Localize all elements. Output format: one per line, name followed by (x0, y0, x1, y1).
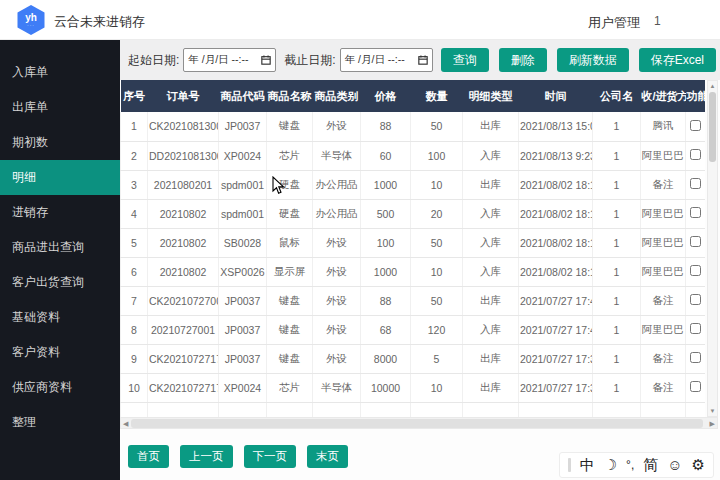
sidebar-item-3[interactable]: 明细 (0, 160, 120, 195)
next-page-button[interactable]: 下一页 (244, 445, 297, 468)
table-cell: 外设 (313, 228, 361, 257)
table-header-row: 序号订单号商品代码商品名称商品类别价格数量明细类型时间公司名收/进货方功能 (121, 80, 706, 112)
detail-table: 序号订单号商品代码商品名称商品类别价格数量明细类型时间公司名收/进货方功能 1C… (120, 80, 705, 417)
table-cell: 入库 (463, 228, 519, 257)
sidebar-item-6[interactable]: 客户出货查询 (0, 265, 120, 300)
horizontal-scroll-thumb[interactable] (131, 419, 703, 428)
column-header: 商品类别 (313, 80, 361, 112)
ime-moon-icon[interactable]: ☽ (604, 454, 617, 476)
top-header: yh ··· 云合未来进销存 用户管理 1 (0, 0, 720, 40)
query-button[interactable]: 查询 (441, 48, 489, 72)
row-checkbox[interactable] (690, 120, 701, 131)
table-cell: 入库 (463, 257, 519, 286)
column-header: 订单号 (148, 80, 219, 112)
ime-simplified-icon[interactable]: 简 (643, 454, 658, 476)
main-content: 起始日期: 年 /月/日 --:-- 截止日期: 年 /月/日 --:-- 查询… (120, 40, 720, 480)
table-cell: 阿里巴巴 (641, 257, 686, 286)
row-action-cell (686, 315, 706, 344)
row-checkbox[interactable] (690, 294, 701, 305)
logo-dots: ··· (27, 23, 35, 28)
sidebar-item-4[interactable]: 进销存 (0, 195, 120, 230)
table-cell: 半导体 (313, 141, 361, 170)
scroll-left-arrow-icon[interactable]: ◀ (123, 418, 128, 429)
save-excel-button[interactable]: 保存Excel (639, 48, 716, 72)
refresh-data-button[interactable]: 刷新数据 (557, 48, 629, 72)
prev-page-button[interactable]: 上一页 (180, 445, 233, 468)
first-page-button[interactable]: 首页 (128, 445, 169, 468)
table-row: 2DD20210813001XP0024芯片半导体60100入库2021/08/… (121, 141, 706, 170)
table-cell: 显示屏 (267, 257, 313, 286)
table-cell: 入库 (463, 315, 519, 344)
user-count: 1 (654, 14, 661, 28)
table-cell: 2021/07/27 17:33 (519, 373, 593, 402)
table-cell: 阿里巴巴 (641, 228, 686, 257)
table-cell: 备注 (641, 170, 686, 199)
table-cell: 阿里巴巴 (641, 315, 686, 344)
table-cell: 6 (121, 257, 148, 286)
last-page-button[interactable]: 末页 (307, 445, 348, 468)
table-cell: JP0037 (219, 112, 267, 141)
table-cell (361, 402, 411, 417)
table-row-partial (121, 402, 706, 417)
table-cell: 5 (121, 228, 148, 257)
row-checkbox[interactable] (690, 236, 701, 247)
table-cell: 2021/07/27 17:49 (519, 286, 593, 315)
ime-punctuation-icon[interactable]: °, (626, 454, 634, 476)
column-header: 功能 (686, 80, 706, 112)
column-header: 收/进货方 (641, 80, 686, 112)
table-row: 1CK20210813001JP0037键盘外设8850出库2021/08/13… (121, 112, 706, 141)
table-cell: 办公用品 (313, 170, 361, 199)
table-cell: 出库 (463, 286, 519, 315)
scroll-right-arrow-icon[interactable]: ▶ (710, 418, 715, 429)
sidebar-item-7[interactable]: 基础资料 (0, 300, 120, 335)
sidebar-item-5[interactable]: 商品进出查询 (0, 230, 120, 265)
end-date-input[interactable]: 年 /月/日 --:-- (340, 48, 433, 72)
column-header: 价格 (361, 80, 411, 112)
table-cell: 3 (121, 170, 148, 199)
start-date-value: 年 /月/日 --:-- (188, 53, 261, 67)
row-checkbox[interactable] (690, 265, 701, 276)
sidebar-item-2[interactable]: 期初数 (0, 125, 120, 160)
table-cell: XP0024 (219, 141, 267, 170)
start-date-input[interactable]: 年 /月/日 --:-- (183, 48, 276, 72)
table-cell: 备注 (641, 344, 686, 373)
ime-settings-gear-icon[interactable]: ⚙ (692, 454, 705, 476)
table-cell: JP0037 (219, 315, 267, 344)
row-checkbox[interactable] (690, 207, 701, 218)
table-cell: 2021/08/02 18:14 (519, 257, 593, 286)
delete-button[interactable]: 删除 (499, 48, 547, 72)
table-cell: 8 (121, 315, 148, 344)
scroll-down-arrow-icon[interactable]: ▼ (708, 406, 717, 416)
table-cell: 2021/08/13 9:23 (519, 141, 593, 170)
table-cell: 1000 (361, 170, 411, 199)
user-management-menu[interactable]: 用户管理 (588, 14, 640, 32)
table-cell: 10000 (361, 373, 411, 402)
table-cell: 20 (411, 199, 463, 228)
vertical-scroll-thumb[interactable] (709, 92, 716, 162)
ime-lang-chinese[interactable]: 中 (580, 454, 595, 476)
table-cell: 2 (121, 141, 148, 170)
sidebar-item-8[interactable]: 客户资料 (0, 335, 120, 370)
row-action-cell (686, 112, 706, 141)
vertical-scrollbar[interactable]: ▲ ▼ (707, 80, 718, 417)
horizontal-scrollbar[interactable]: ◀ ▶ (120, 417, 718, 429)
sidebar-menu: 入库单出库单期初数明细进销存商品进出查询客户出货查询基础资料客户资料供应商资料整… (0, 40, 120, 440)
row-checkbox[interactable] (690, 149, 701, 160)
sidebar-item-0[interactable]: 入库单 (0, 55, 120, 90)
sidebar-item-9[interactable]: 供应商资料 (0, 370, 120, 405)
scroll-up-arrow-icon[interactable]: ▲ (708, 81, 717, 91)
sidebar-item-1[interactable]: 出库单 (0, 90, 120, 125)
ime-emoji-icon[interactable]: ☺ (667, 454, 682, 476)
filter-toolbar: 起始日期: 年 /月/日 --:-- 截止日期: 年 /月/日 --:-- 查询… (120, 40, 720, 80)
table-cell: 半导体 (313, 373, 361, 402)
table-cell: 10 (411, 373, 463, 402)
row-checkbox[interactable] (690, 352, 701, 363)
app-logo-icon: yh ··· (16, 5, 46, 35)
table-cell: 1 (593, 344, 641, 373)
ime-grip-icon[interactable] (568, 458, 571, 472)
row-checkbox[interactable] (690, 178, 701, 189)
row-checkbox[interactable] (690, 323, 701, 334)
sidebar-item-10[interactable]: 整理 (0, 405, 120, 440)
table-cell: 入库 (463, 141, 519, 170)
row-checkbox[interactable] (690, 381, 701, 392)
